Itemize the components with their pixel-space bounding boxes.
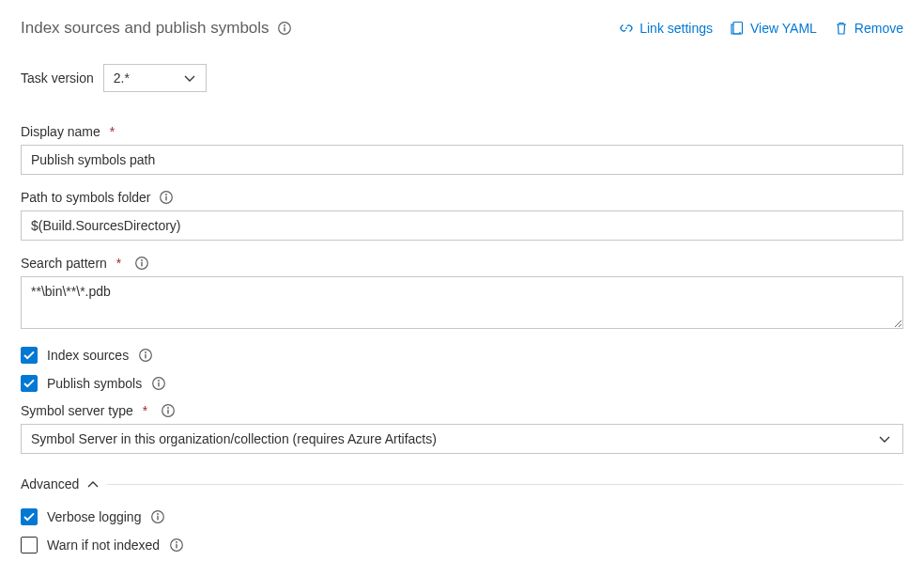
info-icon[interactable] xyxy=(151,376,166,391)
display-name-label: Display name xyxy=(21,124,100,139)
divider-line xyxy=(107,484,903,485)
verbose-logging-label: Verbose logging xyxy=(47,509,141,524)
verbose-logging-row: Verbose logging xyxy=(21,508,903,525)
info-icon[interactable] xyxy=(159,190,174,205)
info-icon[interactable] xyxy=(277,21,292,36)
task-version-select[interactable]: 2.* xyxy=(103,64,207,92)
link-icon xyxy=(619,21,634,36)
header-left: Index sources and publish symbols xyxy=(21,19,292,38)
advanced-section-toggle[interactable]: Advanced xyxy=(21,476,903,491)
publish-symbols-label: Publish symbols xyxy=(47,376,142,391)
info-icon[interactable] xyxy=(138,348,153,363)
search-pattern-input[interactable] xyxy=(21,276,903,329)
warn-not-indexed-checkbox[interactable] xyxy=(21,537,38,554)
server-type-label: Symbol server type xyxy=(21,403,133,418)
page-title: Index sources and publish symbols xyxy=(21,19,270,38)
search-pattern-label: Search pattern xyxy=(21,256,107,271)
info-icon[interactable] xyxy=(161,403,176,418)
task-version-row: Task version 2.* xyxy=(21,64,903,92)
task-version-value: 2.* xyxy=(114,70,130,86)
required-indicator: * xyxy=(110,124,115,139)
link-settings-button[interactable]: Link settings xyxy=(619,21,713,36)
link-settings-label: Link settings xyxy=(639,21,713,36)
task-version-label: Task version xyxy=(21,70,94,86)
warn-not-indexed-row: Warn if not indexed xyxy=(21,537,903,554)
remove-button[interactable]: Remove xyxy=(834,21,903,36)
display-name-field: Display name* xyxy=(21,124,903,175)
warn-not-indexed-label: Warn if not indexed xyxy=(47,538,160,553)
chevron-up-icon xyxy=(86,477,100,491)
server-type-select[interactable]: Symbol Server in this organization/colle… xyxy=(21,424,903,454)
server-type-field: Symbol server type* Symbol Server in thi… xyxy=(21,403,903,454)
required-indicator: * xyxy=(116,256,121,271)
publish-symbols-checkbox[interactable] xyxy=(21,375,38,392)
yaml-icon xyxy=(730,21,745,36)
chevron-down-icon xyxy=(183,71,196,85)
info-icon[interactable] xyxy=(134,256,149,271)
publish-symbols-row: Publish symbols xyxy=(21,375,903,392)
index-sources-checkbox[interactable] xyxy=(21,347,38,364)
remove-label: Remove xyxy=(855,21,903,36)
trash-icon xyxy=(834,21,849,36)
index-sources-row: Index sources xyxy=(21,347,903,364)
advanced-title: Advanced xyxy=(21,476,79,491)
info-icon[interactable] xyxy=(150,509,165,524)
chevron-down-icon xyxy=(878,432,891,445)
server-type-value: Symbol Server in this organization/colle… xyxy=(31,431,437,446)
search-pattern-field: Search pattern* xyxy=(21,256,903,332)
display-name-input[interactable] xyxy=(21,145,903,175)
header-actions: Link settings View YAML Remove xyxy=(619,21,903,36)
index-sources-label: Index sources xyxy=(47,348,129,363)
verbose-logging-checkbox[interactable] xyxy=(21,508,38,525)
required-indicator: * xyxy=(143,403,147,418)
symbols-folder-field: Path to symbols folder xyxy=(21,190,903,241)
symbols-folder-input[interactable] xyxy=(21,211,903,241)
view-yaml-label: View YAML xyxy=(750,21,817,36)
task-header: Index sources and publish symbols Link s… xyxy=(21,19,903,38)
view-yaml-button[interactable]: View YAML xyxy=(730,21,817,36)
info-icon[interactable] xyxy=(169,538,184,553)
symbols-folder-label: Path to symbols folder xyxy=(21,190,151,205)
